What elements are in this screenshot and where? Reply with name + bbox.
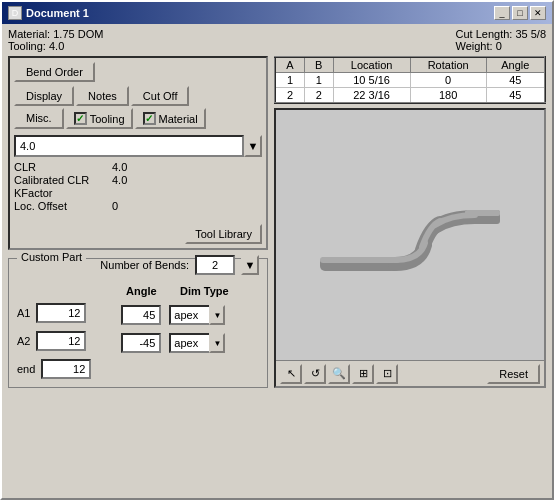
rotate-tool-button[interactable]: ↺	[304, 364, 326, 384]
preview-canvas	[276, 110, 544, 360]
tool-library-button[interactable]: Tool Library	[185, 224, 262, 244]
tab-notes[interactable]: Notes	[76, 86, 129, 106]
left-panel: Bend Order Display Notes Cut Off Misc. ✓…	[8, 56, 268, 388]
col-header-rotation: Rotation	[410, 57, 486, 73]
minimize-button[interactable]: _	[494, 6, 510, 20]
col-header-angle: Angle	[486, 57, 545, 73]
tab-cut-off[interactable]: Cut Off	[131, 86, 190, 106]
calibrated-clr-value: 4.0	[112, 174, 127, 186]
a2-dim-type-display: apex	[169, 333, 209, 353]
a2-label: A2	[17, 331, 30, 351]
tooling-dropdown-row: 4.0 ▼	[14, 135, 262, 157]
right-panel: A B Location Rotation Angle 1110 5/16045…	[274, 56, 546, 388]
kfactor-label: KFactor	[14, 187, 104, 199]
select-tool-button[interactable]: ↖	[280, 364, 302, 384]
preview-toolbar: ↖ ↺ 🔍 ⊞ ⊡ Reset	[276, 360, 544, 386]
loc-offset-value: 0	[112, 200, 118, 212]
a2-dim-type-arrow[interactable]: ▼	[209, 333, 225, 353]
cut-length-label: Cut Length: 35 5/8	[455, 28, 546, 40]
custom-part-section: Custom Part Number of Bends: ▼ A1	[8, 258, 268, 388]
clr-value: 4.0	[112, 161, 127, 173]
table-row: 1110 5/16045	[275, 73, 545, 88]
svg-rect-3	[465, 210, 500, 216]
tab-row-1: Display Notes Cut Off	[14, 86, 262, 106]
clr-label: CLR	[14, 161, 104, 173]
a1-dim-type-display: apex	[169, 305, 209, 325]
table-row: 2222 3/1618045	[275, 88, 545, 104]
col-header-a: A	[275, 57, 304, 73]
material-tooling-info: Material: 1.75 DOM Tooling: 4.0	[8, 28, 103, 52]
loc-offset-row: Loc. Offset 0	[14, 200, 262, 212]
tabs-panel: Bend Order Display Notes Cut Off Misc. ✓…	[8, 56, 268, 250]
tab-misc[interactable]: Misc.	[14, 108, 64, 129]
main-window: D Document 1 _ □ ✕ Material: 1.75 DOM To…	[0, 0, 554, 500]
tab-display[interactable]: Display	[14, 86, 74, 106]
dropdown-arrow-icon[interactable]: ▼	[244, 135, 262, 157]
material-checkbox[interactable]: ✓	[143, 112, 156, 125]
fit-tool-button[interactable]: ⊞	[352, 364, 374, 384]
col-header-b: B	[304, 57, 333, 73]
a1-dim-type-arrow[interactable]: ▼	[209, 305, 225, 325]
bend-table: A B Location Rotation Angle 1110 5/16045…	[274, 56, 546, 104]
kfactor-row: KFactor	[14, 187, 262, 199]
a1-label: A1	[17, 303, 30, 323]
tab-row-2: Misc. ✓ Tooling ✓ Material	[14, 108, 262, 129]
a1-dim-type-wrapper: apex ▼	[169, 305, 225, 325]
dim-type-col-header: Dim Type	[169, 285, 239, 297]
lengths-area: A1 A2 end	[17, 285, 259, 379]
tab-material[interactable]: ✓ Material	[135, 108, 206, 129]
a1-length-input[interactable]	[36, 303, 86, 323]
angle-col-header: Angle	[121, 285, 161, 297]
cut-weight-info: Cut Length: 35 5/8 Weight: 0	[455, 28, 546, 52]
reset-button[interactable]: Reset	[487, 364, 540, 384]
end-length-input[interactable]	[41, 359, 91, 379]
close-button[interactable]: ✕	[530, 6, 546, 20]
col-header-location: Location	[333, 57, 410, 73]
expand-tool-button[interactable]: ⊡	[376, 364, 398, 384]
end-label: end	[17, 359, 35, 379]
maximize-button[interactable]: □	[512, 6, 528, 20]
svg-rect-2	[320, 257, 400, 263]
title-bar: D Document 1 _ □ ✕	[2, 2, 552, 24]
preview-area: ↖ ↺ 🔍 ⊞ ⊡ Reset	[274, 108, 546, 388]
a2-length-input[interactable]	[36, 331, 86, 351]
custom-part-title: Custom Part	[17, 251, 86, 263]
a1-angle-input[interactable]	[121, 305, 161, 325]
title-bar-left: D Document 1	[8, 6, 89, 20]
main-area: Bend Order Display Notes Cut Off Misc. ✓…	[2, 54, 552, 390]
top-info: Material: 1.75 DOM Tooling: 4.0 Cut Leng…	[2, 24, 552, 54]
a2-dim-type-wrapper: apex ▼	[169, 333, 225, 353]
a2-angle-input[interactable]	[121, 333, 161, 353]
calibrated-clr-row: Calibrated CLR 4.0	[14, 174, 262, 186]
tooling-dropdown[interactable]: 4.0	[14, 135, 244, 157]
loc-offset-label: Loc. Offset	[14, 200, 104, 212]
tooling-label: Tooling: 4.0	[8, 40, 103, 52]
window-title: Document 1	[26, 7, 89, 19]
bend-order-button[interactable]: Bend Order	[14, 62, 95, 82]
zoom-tool-button[interactable]: 🔍	[328, 364, 350, 384]
material-label: Material: 1.75 DOM	[8, 28, 103, 40]
num-bends-dropdown-arrow[interactable]: ▼	[241, 255, 259, 275]
tab-tooling[interactable]: ✓ Tooling	[66, 108, 133, 129]
num-bends-label: Number of Bends:	[100, 259, 189, 271]
title-buttons: _ □ ✕	[494, 6, 546, 20]
tooling-checkbox[interactable]: ✓	[74, 112, 87, 125]
num-bends-input[interactable]	[195, 255, 235, 275]
window-icon: D	[8, 6, 22, 20]
calibrated-clr-label: Calibrated CLR	[14, 174, 104, 186]
clr-row: CLR 4.0	[14, 161, 262, 173]
preview-svg	[310, 175, 510, 295]
weight-label: Weight: 0	[455, 40, 546, 52]
